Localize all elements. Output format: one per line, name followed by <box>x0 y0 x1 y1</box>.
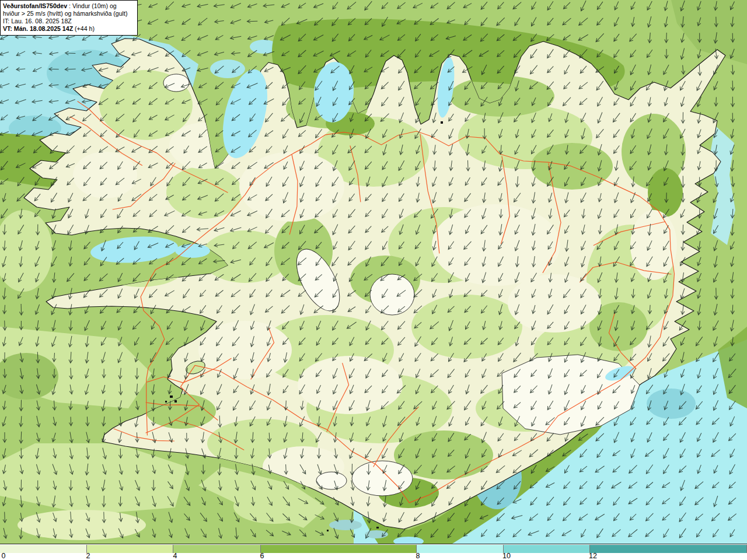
legend-init-time: IT: Lau. 16. 08. 2025 18Z <box>3 18 135 25</box>
colorbar-segment <box>504 545 590 553</box>
colorbar-tick-label: 0 <box>2 552 6 560</box>
colorbar-segment <box>417 545 504 553</box>
glacier-drangajokull <box>163 74 189 92</box>
colorbar-segment <box>590 545 747 553</box>
weather-map-screenshot: Veðurstofan/IS750dev : Vindur (10m) og h… <box>0 0 747 560</box>
colorbar-segment <box>261 545 417 553</box>
map-legend-box: Veðurstofan/IS750dev : Vindur (10m) og h… <box>0 0 138 36</box>
product-name: Veðurstofan/IS750dev <box>3 2 67 9</box>
legend-title-line: Veðurstofan/IS750dev : Vindur (10m) og <box>3 2 135 10</box>
legend-valid-time: VT: Mán. 18.08.2025 14Z (+44 h) <box>3 25 135 33</box>
colorbar-tick-label: 10 <box>502 552 511 560</box>
iceland-wind-map <box>0 0 747 544</box>
legend-description-line: hviður > 25 m/s (hvítt) og hámarkshviða … <box>3 10 135 18</box>
colorbar-tick-label: 6 <box>260 552 264 560</box>
colorbar-tick-label: 4 <box>173 552 177 560</box>
wind-speed-colorbar: 024681012 <box>0 544 747 560</box>
colorbar-tick-label: 2 <box>86 552 90 560</box>
glacier-hofsjokull <box>370 274 414 315</box>
colorbar-tick-label: 8 <box>416 552 420 560</box>
colorbar-segment <box>87 545 173 553</box>
colorbar-segment <box>0 545 87 553</box>
colorbar-segment <box>173 545 261 553</box>
colorbar-segments <box>0 544 747 552</box>
colorbar-tick-label: 12 <box>589 552 597 560</box>
coastal-lake <box>365 530 388 538</box>
